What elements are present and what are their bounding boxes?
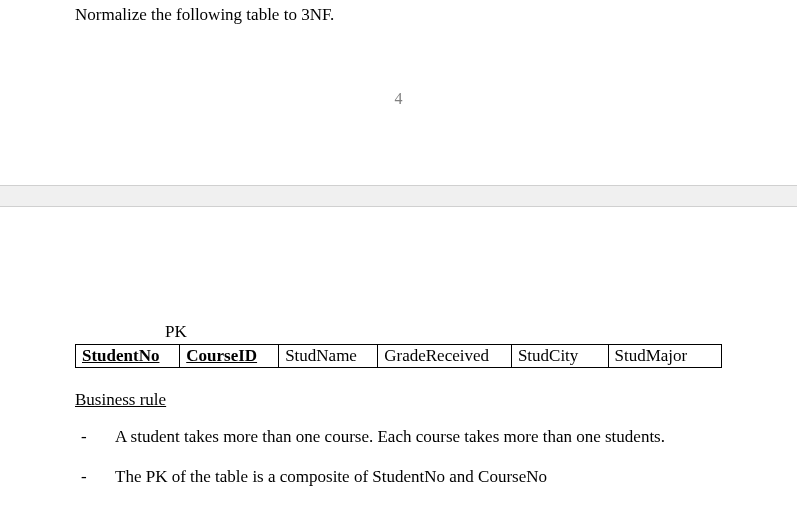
- bullet-dash: -: [75, 424, 115, 450]
- document-viewport: Normalize the following table to 3NF. 4 …: [0, 0, 797, 528]
- schema-header-row: StudentNo CourseID StudName GradeReceive…: [76, 345, 722, 368]
- page-number: 4: [0, 90, 797, 108]
- col-studentno: StudentNo: [76, 345, 180, 368]
- business-rules-list: - A student takes more than one course. …: [75, 424, 722, 489]
- business-rule-item: - The PK of the table is a composite of …: [75, 464, 722, 490]
- normalization-instruction: Normalize the following table to 3NF.: [75, 0, 722, 25]
- col-studname: StudName: [279, 345, 378, 368]
- page-break-gap: [0, 185, 797, 207]
- business-rule-item: - A student takes more than one course. …: [75, 424, 722, 450]
- page-5-top-fragment: PK StudentNo CourseID StudName GradeRece…: [0, 207, 797, 489]
- business-rule-heading: Business rule: [75, 390, 722, 410]
- col-gradereceived: GradeReceived: [378, 345, 512, 368]
- schema-table: StudentNo CourseID StudName GradeReceive…: [75, 344, 722, 368]
- col-studmajor: StudMajor: [608, 345, 721, 368]
- col-studcity: StudCity: [511, 345, 608, 368]
- business-rule-text: The PK of the table is a composite of St…: [115, 464, 547, 490]
- pk-label: PK: [165, 322, 722, 342]
- col-courseid: CourseID: [180, 345, 279, 368]
- business-rule-text: A student takes more than one course. Ea…: [115, 424, 665, 450]
- page-4-bottom-fragment: Normalize the following table to 3NF. 4: [0, 0, 797, 185]
- bullet-dash: -: [75, 464, 115, 490]
